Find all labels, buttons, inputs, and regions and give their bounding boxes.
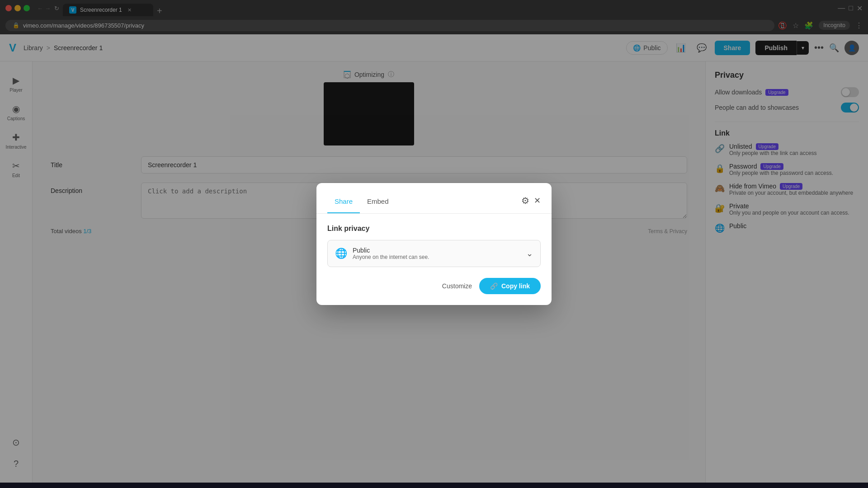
chevron-down-icon: ⌄ <box>526 249 533 258</box>
modal-close-btn[interactable]: ✕ <box>534 196 541 206</box>
tab-embed[interactable]: Embed <box>360 192 396 213</box>
copy-link-label: Copy link <box>501 282 530 290</box>
privacy-selector[interactable]: 🌐 Public Anyone on the internet can see.… <box>327 240 541 267</box>
copy-link-icon: 🔗 <box>490 282 498 290</box>
modal-tab-actions: ⚙ ✕ <box>521 195 541 213</box>
modal-body: Link privacy 🌐 Public Anyone on the inte… <box>316 214 552 278</box>
modal-header: Share Embed ⚙ ✕ <box>316 183 552 213</box>
customize-btn[interactable]: Customize <box>442 282 472 290</box>
privacy-selector-desc: Anyone on the internet can see. <box>353 254 521 260</box>
privacy-selector-icon: 🌐 <box>335 248 347 259</box>
tab-share[interactable]: Share <box>327 192 360 213</box>
privacy-selector-text: Public Anyone on the internet can see. <box>353 247 521 260</box>
modal-overlay[interactable]: Share Embed ⚙ ✕ Link privacy 🌐 Public An… <box>0 0 868 488</box>
share-modal: Share Embed ⚙ ✕ Link privacy 🌐 Public An… <box>316 183 552 305</box>
modal-settings-btn[interactable]: ⚙ <box>521 195 529 206</box>
copy-link-btn[interactable]: 🔗 Copy link <box>479 278 541 294</box>
modal-footer: Customize 🔗 Copy link <box>316 278 552 305</box>
modal-tabs: Share Embed <box>327 192 396 213</box>
link-privacy-label: Link privacy <box>327 225 541 233</box>
privacy-selector-name: Public <box>353 247 521 254</box>
